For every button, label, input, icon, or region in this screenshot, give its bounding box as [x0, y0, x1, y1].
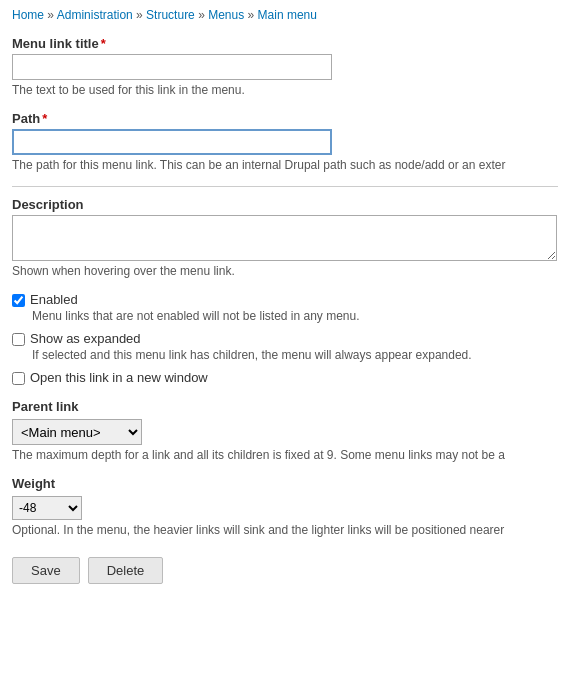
actions-row: Save Delete — [12, 557, 558, 584]
enabled-description: Menu links that are not enabled will not… — [32, 309, 558, 323]
weight-section: Weight -48 -50 -49 -47 0 1 Optional. In … — [12, 476, 558, 537]
description-label: Description — [12, 197, 558, 212]
show-expanded-description: If selected and this menu link has child… — [32, 348, 558, 362]
breadcrumb-menus[interactable]: Menus — [208, 8, 244, 22]
parent-link-select[interactable]: <Main menu> <root> — [12, 419, 142, 445]
show-expanded-row: Show as expanded — [12, 331, 558, 346]
menu-link-title-description: The text to be used for this link in the… — [12, 83, 558, 97]
new-window-label[interactable]: Open this link in a new window — [30, 370, 208, 385]
enabled-row: Enabled — [12, 292, 558, 307]
description-textarea[interactable] — [12, 215, 557, 261]
path-description: The path for this menu link. This can be… — [12, 158, 557, 172]
parent-link-description: The maximum depth for a link and all its… — [12, 448, 557, 462]
menu-link-title-section: Menu link title* The text to be used for… — [12, 36, 558, 97]
show-expanded-checkbox[interactable] — [12, 333, 25, 346]
path-section: Path* The path for this menu link. This … — [12, 111, 558, 172]
weight-title: Weight — [12, 476, 558, 491]
save-button[interactable]: Save — [12, 557, 80, 584]
divider — [12, 186, 558, 187]
breadcrumb-administration[interactable]: Administration — [57, 8, 133, 22]
menu-link-title-input[interactable] — [12, 54, 332, 80]
new-window-row: Open this link in a new window — [12, 370, 558, 385]
show-expanded-label[interactable]: Show as expanded — [30, 331, 141, 346]
weight-description: Optional. In the menu, the heavier links… — [12, 523, 557, 537]
breadcrumb: Home » Administration » Structure » Menu… — [12, 8, 558, 22]
parent-link-section: Parent link <Main menu> <root> The maxim… — [12, 399, 558, 462]
show-expanded-section: Show as expanded If selected and this me… — [12, 331, 558, 362]
parent-link-wrapper: <Main menu> <root> — [12, 419, 558, 445]
description-help: Shown when hovering over the menu link. — [12, 264, 558, 278]
new-window-section: Open this link in a new window — [12, 370, 558, 385]
delete-button[interactable]: Delete — [88, 557, 164, 584]
enabled-section: Enabled Menu links that are not enabled … — [12, 292, 558, 323]
weight-wrapper: -48 -50 -49 -47 0 1 — [12, 496, 558, 520]
path-label: Path* — [12, 111, 558, 126]
breadcrumb-structure[interactable]: Structure — [146, 8, 195, 22]
menu-link-title-label: Menu link title* — [12, 36, 558, 51]
description-section: Description Shown when hovering over the… — [12, 186, 558, 278]
new-window-checkbox[interactable] — [12, 372, 25, 385]
parent-link-title: Parent link — [12, 399, 558, 414]
enabled-label[interactable]: Enabled — [30, 292, 78, 307]
breadcrumb-main-menu[interactable]: Main menu — [258, 8, 317, 22]
enabled-checkbox[interactable] — [12, 294, 25, 307]
breadcrumb-home[interactable]: Home — [12, 8, 44, 22]
path-input[interactable] — [12, 129, 332, 155]
weight-select[interactable]: -48 -50 -49 -47 0 1 — [12, 496, 82, 520]
